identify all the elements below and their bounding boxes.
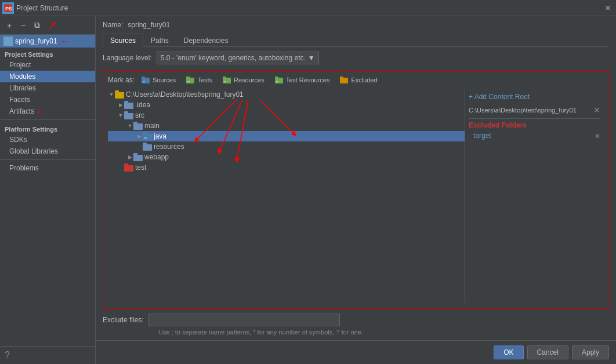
language-level-label: Language level:: [103, 54, 152, 62]
svg-rect-8: [186, 77, 190, 79]
sidebar-item-project[interactable]: Project: [0, 59, 95, 71]
sidebar-item-sdks[interactable]: SDKs: [0, 134, 95, 145]
mark-section: Mark as: Sources: [103, 70, 609, 309]
mark-excluded-button[interactable]: Excluded: [336, 75, 381, 85]
svg-rect-30: [143, 143, 147, 145]
tree-root-label: C:\Users\a\Desktop\test\spring_fury01: [126, 90, 244, 99]
ok-button[interactable]: OK: [494, 345, 523, 359]
svg-rect-19: [115, 90, 119, 93]
svg-rect-21: [124, 101, 128, 104]
svg-rect-27: [143, 132, 147, 135]
sidebar-item-facets[interactable]: Facets: [0, 94, 95, 105]
exclude-files-label: Exclude files:: [103, 316, 144, 324]
tree-node-java[interactable]: ▶ java: [108, 131, 465, 141]
platform-settings-label: Platform Settings: [0, 122, 95, 134]
add-content-root-button[interactable]: + Add Content Root: [469, 93, 600, 101]
tree-node-webapp-label: webapp: [144, 153, 169, 161]
excluded-folders-label: Excluded Folders: [469, 121, 600, 129]
mark-as-row: Mark as: Sources: [108, 75, 604, 85]
annotation-arrow-1: ↗: [48, 19, 56, 32]
language-level-select[interactable]: 5.0 - 'enum' keyword, generics, autoboxi…: [157, 52, 319, 64]
cancel-button[interactable]: Cancel: [527, 345, 568, 359]
content-root-path: C:\Users\a\Desktop\test\spring_fury01: [469, 107, 577, 114]
tree-and-panel: ▼ C:\Users\a\Desktop\test\spring_fury01 …: [108, 89, 604, 304]
tab-dependencies[interactable]: Dependencies: [176, 34, 236, 47]
tree-node-idea[interactable]: ▶ .idea: [108, 100, 465, 110]
svg-text:PS: PS: [5, 6, 12, 12]
help-icon[interactable]: ?: [5, 350, 10, 360]
main-layout: + − ⧉ ↗ spring_fury01 ← Project Settings…: [0, 16, 616, 364]
tree-node-webapp[interactable]: ▶ webapp: [108, 152, 465, 162]
tree-node-test[interactable]: ▶ test: [108, 162, 465, 173]
tree-node-src-label: src: [135, 111, 144, 119]
project-settings-label: Project Settings: [0, 48, 95, 59]
copy-module-button[interactable]: ⧉: [31, 20, 43, 31]
name-value: spring_fury01: [128, 21, 170, 29]
content-area: Name: spring_fury01 Sources Paths Depend…: [96, 16, 616, 340]
tree-node-idea-label: .idea: [135, 101, 150, 109]
name-label: Name:: [103, 21, 123, 29]
app-icon: PS: [2, 2, 14, 14]
sidebar-item-artifacts[interactable]: Artifacts 2: [0, 105, 95, 117]
mark-resources-button[interactable]: Resources: [219, 75, 268, 85]
excluded-item-target: target: [473, 132, 491, 140]
tree-node-root[interactable]: ▼ C:\Users\a\Desktop\test\spring_fury01: [108, 89, 465, 100]
bottom-section: Exclude files: Use ; to separate name pa…: [103, 314, 609, 336]
mark-sources-button[interactable]: Sources: [138, 75, 179, 85]
svg-rect-25: [133, 122, 137, 125]
mark-test-resources-button[interactable]: Test Resources: [271, 75, 334, 85]
module-item-label: spring_fury01: [15, 37, 57, 45]
add-module-button[interactable]: +: [3, 20, 15, 31]
tabs-row: Sources Paths Dependencies: [103, 34, 609, 47]
tab-sources[interactable]: Sources: [103, 34, 143, 47]
svg-rect-23: [124, 111, 128, 114]
mark-as-label: Mark as:: [108, 76, 135, 84]
sidebar-toolbar: + − ⧉ ↗: [0, 16, 95, 35]
tree-node-resources-label: resources: [154, 143, 184, 151]
module-icon: [3, 37, 13, 46]
apply-button[interactable]: Apply: [572, 345, 609, 359]
svg-rect-12: [224, 81, 226, 82]
excluded-item-close-icon[interactable]: ✕: [595, 132, 600, 140]
svg-rect-32: [133, 153, 137, 156]
exclude-files-row: Exclude files:: [103, 314, 609, 326]
svg-rect-17: [340, 77, 343, 79]
sidebar-item-libraries[interactable]: Libraries: [0, 82, 95, 94]
tree-node-main[interactable]: ▼ main: [108, 121, 465, 131]
sidebar-item-global-libraries[interactable]: Global Libraries: [0, 145, 95, 157]
svg-rect-28: [144, 137, 147, 139]
sidebar: + − ⧉ ↗ spring_fury01 ← Project Settings…: [0, 16, 96, 364]
svg-rect-14: [275, 77, 278, 79]
svg-rect-34: [124, 163, 128, 166]
tree-node-main-label: main: [144, 122, 160, 130]
tree-area: ▼ C:\Users\a\Desktop\test\spring_fury01 …: [108, 89, 465, 304]
tree-node-resources[interactable]: ▶ resources: [108, 141, 465, 152]
language-level-row: Language level: 5.0 - 'enum' keyword, ge…: [103, 52, 609, 64]
tab-paths[interactable]: Paths: [143, 34, 176, 47]
mark-tests-button[interactable]: Tests: [183, 75, 216, 85]
annotation-number-2: 2: [38, 108, 41, 115]
svg-rect-3: [4, 38, 8, 40]
exclude-hint: Use ; to separate name patterns, * for a…: [158, 329, 609, 336]
annotation-arrow-2: ←: [61, 37, 69, 46]
tree-node-java-label: java: [154, 132, 166, 140]
path-item-header: C:\Users\a\Desktop\test\spring_fury01 ✕: [469, 105, 600, 115]
svg-rect-5: [142, 77, 145, 79]
sidebar-item-problems[interactable]: Problems: [0, 162, 95, 174]
svg-rect-6: [143, 81, 145, 82]
svg-rect-11: [223, 77, 226, 79]
close-button[interactable]: ✕: [600, 0, 616, 16]
chevron-down-icon: ▼: [308, 54, 315, 62]
window-title: Project Structure: [16, 4, 600, 12]
tree-node-src[interactable]: ▼ src: [108, 110, 465, 121]
path-close-icon[interactable]: ✕: [593, 105, 600, 115]
exclude-files-input[interactable]: [148, 314, 340, 326]
sidebar-item-modules[interactable]: Modules: [0, 71, 95, 82]
remove-module-button[interactable]: −: [17, 20, 29, 31]
svg-rect-15: [276, 81, 278, 82]
module-item-spring-fury01[interactable]: spring_fury01 ←: [0, 35, 95, 48]
right-panel: + Add Content Root C:\Users\a\Desktop\te…: [465, 89, 604, 304]
title-bar: PS Project Structure ✕: [0, 0, 616, 16]
name-row: Name: spring_fury01: [103, 21, 609, 29]
svg-rect-9: [187, 81, 190, 82]
